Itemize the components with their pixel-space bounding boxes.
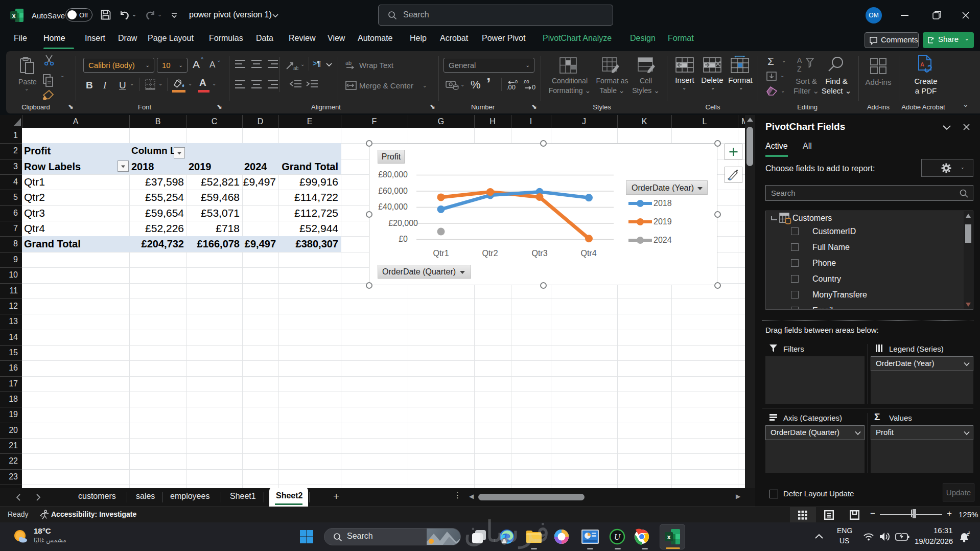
svg-text:Z: Z — [797, 65, 802, 73]
svg-text:ab: ab — [293, 65, 298, 71]
svg-text:A: A — [797, 56, 802, 64]
svg-text:x: x — [667, 533, 671, 541]
svg-text:z: z — [968, 531, 970, 534]
svg-text:U: U — [614, 532, 621, 542]
svg-text:.00: .00 — [523, 79, 529, 84]
svg-text:A: A — [920, 61, 924, 67]
svg-text:.00: .00 — [506, 83, 516, 90]
svg-text:0: 0 — [532, 83, 535, 90]
svg-text:ab: ab — [345, 60, 352, 66]
svg-text:x: x — [12, 12, 16, 19]
svg-text:0: 0 — [515, 79, 518, 84]
